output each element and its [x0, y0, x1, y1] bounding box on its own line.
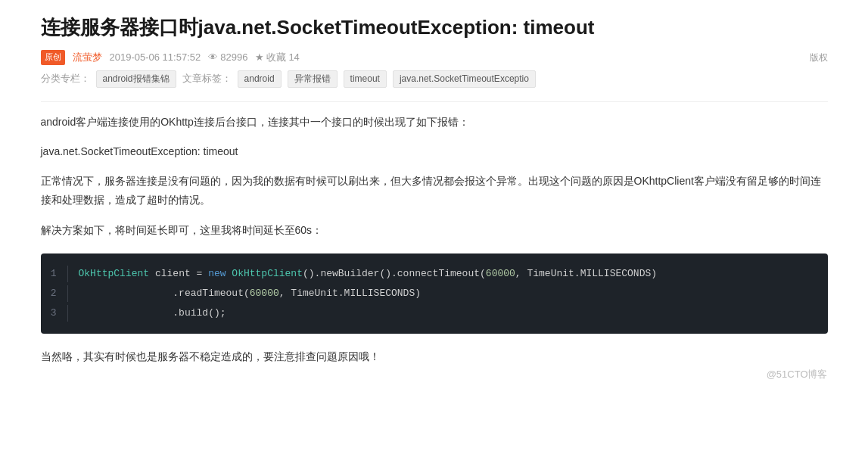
code-block: 1 OkHttpClient client = new OkHttpClient… — [41, 253, 828, 334]
paragraph-3: 正常情况下，服务器连接是没有问题的，因为我的数据有时候可以刷出来，但大多情况都会… — [41, 172, 828, 210]
paragraph-2: java.net.SocketTimeoutException: timeout — [41, 142, 828, 161]
divider-top — [41, 101, 828, 102]
paragraph-5: 当然咯，其实有时候也是服务器不稳定造成的，要注意排查问题原因哦！ — [41, 347, 828, 366]
code-line-3: 3 .build(); — [41, 303, 828, 323]
view-count: 👁 82996 — [208, 50, 247, 66]
code-text-3: .build(); — [68, 305, 226, 322]
code-line-1: 1 OkHttpClient client = new OkHttpClient… — [41, 264, 828, 284]
code-text-2: .readTimeout(60000, TimeUnit.MILLISECOND… — [68, 285, 422, 302]
tags-label: 文章标签： — [182, 71, 232, 87]
code-text-1: OkHttpClient client = new OkHttpClient()… — [68, 266, 658, 282]
tag-exception[interactable]: 异常报错 — [288, 70, 338, 88]
line-number-1: 1 — [41, 266, 68, 282]
category-label: 分类专栏： — [41, 71, 90, 87]
author-name[interactable]: 流萤梦 — [73, 50, 102, 66]
meta-tags-row: 分类专栏： android报错集锦 文章标签： android 异常报错 tim… — [41, 70, 828, 88]
collect-count[interactable]: ★ 收藏 14 — [255, 50, 299, 66]
tag-socketexception[interactable]: java.net.SocketTimeoutExceptio — [393, 70, 536, 88]
paragraph-4: 解决方案如下，将时间延长即可，这里我将时间延长至60s： — [41, 221, 828, 240]
watermark: @51CTO博客 — [767, 367, 828, 383]
eye-icon: 👁 — [208, 50, 218, 66]
tag-timeout[interactable]: timeout — [344, 70, 387, 88]
line-number-2: 2 — [41, 285, 68, 302]
publish-date: 2019-05-06 11:57:52 — [110, 50, 201, 66]
code-line-2: 2 .readTimeout(60000, TimeUnit.MILLISECO… — [41, 284, 828, 303]
meta-row: 原创 流萤梦 2019-05-06 11:57:52 👁 82996 ★ 收藏 … — [41, 50, 828, 66]
copyright-label[interactable]: 版权 — [810, 51, 828, 65]
paragraph-1: android客户端连接使用的OKhttp连接后台接口，连接其中一个接口的时候出… — [41, 113, 828, 132]
line-number-3: 3 — [41, 305, 68, 322]
tag-android[interactable]: android — [238, 70, 282, 88]
star-icon: ★ — [255, 50, 264, 66]
page-title: 连接服务器接口时java.net.SocketTimeoutException:… — [41, 15, 828, 41]
page-container: 连接服务器接口时java.net.SocketTimeoutException:… — [18, 0, 851, 392]
category-tag[interactable]: android报错集锦 — [96, 70, 176, 88]
original-badge: 原创 — [41, 50, 65, 65]
